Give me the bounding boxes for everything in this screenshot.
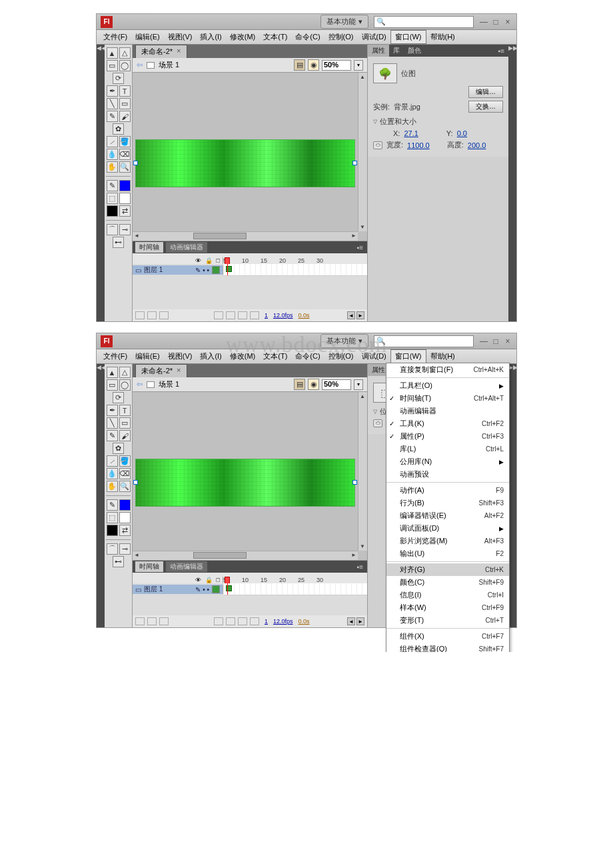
hand-tool[interactable]: ✋: [107, 481, 118, 492]
edit-button[interactable]: 编辑…: [468, 86, 503, 98]
menu-item[interactable]: 颜色(C)Shift+F9: [386, 576, 509, 589]
pen-tool[interactable]: ✒: [107, 405, 118, 416]
minimize-button[interactable]: —: [479, 17, 488, 27]
menu-item[interactable]: 影片浏览器(M)Alt+F3: [386, 535, 509, 547]
onion-markers-icon[interactable]: [250, 311, 259, 319]
option2-icon[interactable]: ⊷: [113, 237, 124, 248]
menu-view[interactable]: 视图(V): [164, 31, 197, 43]
paint-bucket-tool[interactable]: 🪣: [119, 136, 131, 147]
menu-item[interactable]: 动画编辑器: [386, 405, 509, 417]
option-icon[interactable]: ⊸: [119, 543, 131, 555]
onion-icon[interactable]: [214, 617, 223, 625]
left-collapse-strip[interactable]: ◀◀: [97, 364, 105, 627]
scroll-right-icon[interactable]: ►: [356, 311, 364, 319]
menu-item[interactable]: 信息(I)Ctrl+I: [386, 589, 509, 601]
onion-icon[interactable]: [214, 311, 223, 319]
vertical-scrollbar[interactable]: [358, 73, 367, 231]
menu-item[interactable]: 行为(B)Shift+F3: [386, 497, 509, 509]
line-tool[interactable]: ╲: [107, 417, 118, 429]
swap-color-icon[interactable]: ⇄: [119, 205, 131, 217]
subselection-tool[interactable]: △: [119, 47, 131, 59]
fps-label[interactable]: 12.0fps: [273, 312, 293, 319]
layer-row[interactable]: ▭ 图层 1 ✎ • •: [133, 585, 223, 594]
horizontal-scrollbar[interactable]: [133, 231, 358, 241]
menu-item[interactable]: 样本(W)Ctrl+F9: [386, 601, 509, 614]
menu-commands[interactable]: 命令(C): [291, 350, 324, 363]
menu-view[interactable]: 视图(V): [164, 350, 197, 363]
subselection-tool[interactable]: △: [119, 367, 131, 378]
deco-tool[interactable]: ✿: [113, 443, 124, 454]
brush-tool[interactable]: 🖌: [119, 430, 131, 441]
right-collapse-strip[interactable]: ▶▶: [508, 45, 516, 321]
y-value[interactable]: 0.0: [457, 129, 467, 137]
rect-tool[interactable]: ▭: [119, 98, 131, 109]
edit-multiple-icon[interactable]: [238, 311, 247, 319]
menu-item[interactable]: 直接复制窗口(F)Ctrl+Alt+K: [386, 363, 509, 376]
menu-item[interactable]: 对齐(G)Ctrl+K: [386, 563, 509, 576]
menu-window[interactable]: 窗口(W): [390, 30, 426, 44]
new-layer-icon[interactable]: [135, 617, 145, 625]
line-tool[interactable]: ╲: [107, 98, 118, 109]
back-icon[interactable]: ⇦: [137, 61, 143, 69]
tab-library[interactable]: 库: [389, 45, 404, 57]
panel-menu-icon[interactable]: ▪≡: [357, 563, 367, 571]
current-frame[interactable]: 1: [265, 312, 268, 319]
menu-item[interactable]: 公用库(N)▶: [386, 455, 509, 468]
workspace-switcher[interactable]: 基本功能 ▾: [320, 334, 368, 348]
lasso-tool[interactable]: ◯: [119, 379, 131, 391]
w-value[interactable]: 1100.0: [407, 141, 430, 149]
doc-tab[interactable]: 未命名-2* ×: [135, 45, 187, 58]
menu-edit[interactable]: 编辑(E): [131, 350, 164, 363]
tab-properties[interactable]: 属性: [368, 45, 389, 57]
resize-handle-left[interactable]: [133, 161, 138, 165]
zoom-dropdown-icon[interactable]: ▾: [354, 60, 363, 71]
menu-text[interactable]: 文本(T): [259, 31, 291, 43]
left-collapse-strip[interactable]: ◀◀: [97, 45, 105, 321]
menu-text[interactable]: 文本(T): [259, 350, 291, 363]
menu-item[interactable]: 变形(T)Ctrl+T: [386, 614, 509, 627]
tab-motion-editor[interactable]: 动画编辑器: [166, 242, 207, 253]
selection-tool[interactable]: ▲: [107, 367, 118, 378]
panel-menu-icon[interactable]: ▪≡: [498, 47, 508, 55]
snap-icon[interactable]: ⌒: [107, 224, 118, 235]
search-field[interactable]: [388, 18, 473, 25]
tab-motion-editor[interactable]: 动画编辑器: [166, 561, 207, 572]
resize-handle-left[interactable]: [133, 480, 138, 485]
menu-insert[interactable]: 插入(I): [196, 350, 225, 363]
freetransform-tool[interactable]: ▭: [107, 60, 118, 71]
eraser-tool[interactable]: ⌫: [119, 149, 131, 160]
scroll-left-icon[interactable]: ◄: [347, 311, 355, 319]
menu-commands[interactable]: 命令(C): [291, 31, 324, 43]
bw-swatch[interactable]: [107, 205, 118, 217]
fps-label[interactable]: 12.0fps: [273, 618, 293, 625]
onion-markers-icon[interactable]: [250, 617, 259, 625]
layer-color-swatch[interactable]: [212, 266, 220, 274]
outline-col-icon[interactable]: □: [217, 577, 220, 583]
edit-scene-icon[interactable]: ▤: [294, 379, 305, 390]
scroll-right-icon[interactable]: ►: [356, 617, 364, 625]
new-layer-icon[interactable]: [135, 311, 145, 319]
swap-color-icon[interactable]: ⇄: [119, 525, 131, 536]
delete-layer-icon[interactable]: [159, 311, 169, 319]
menu-modify[interactable]: 修改(M): [226, 350, 260, 363]
menu-insert[interactable]: 插入(I): [196, 31, 225, 43]
brush-tool[interactable]: 🖌: [119, 111, 131, 122]
edit-multiple-icon[interactable]: [238, 617, 247, 625]
menu-item[interactable]: 工具栏(O)▶: [386, 379, 509, 392]
workspace-switcher[interactable]: 基本功能 ▾: [320, 15, 368, 29]
tab-color[interactable]: 颜色: [404, 45, 425, 57]
3d-rotate-tool[interactable]: ⟳: [113, 392, 124, 403]
menu-control[interactable]: 控制(O): [324, 31, 358, 43]
fill-bucket-icon[interactable]: ⬚: [107, 512, 118, 523]
onion-outline-icon[interactable]: [226, 617, 235, 625]
text-tool[interactable]: T: [119, 85, 131, 97]
zoom-field[interactable]: 50%: [322, 60, 351, 71]
horizontal-scrollbar[interactable]: [133, 551, 358, 560]
close-button[interactable]: ×: [503, 337, 512, 346]
menu-help[interactable]: 帮助(H): [426, 31, 459, 43]
tab-timeline[interactable]: 时间轴: [135, 242, 163, 253]
maximize-button[interactable]: □: [491, 337, 500, 346]
doc-tab-close-icon[interactable]: ×: [177, 366, 181, 376]
hand-tool[interactable]: ✋: [107, 161, 118, 173]
tab-timeline[interactable]: 时间轴: [135, 561, 163, 572]
